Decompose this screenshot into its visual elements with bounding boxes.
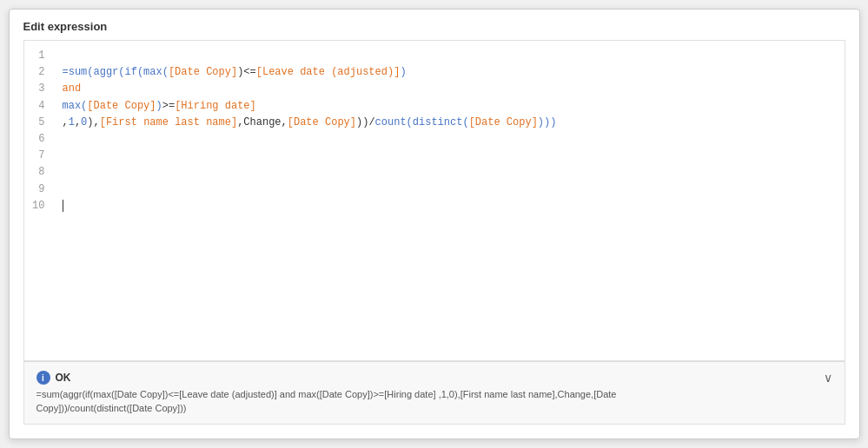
code-line-4: max([Date Copy])>=[Hiring date] — [63, 98, 838, 115]
code-content-area[interactable]: =sum(aggr(if(max([Date Copy])<=[Leave da… — [52, 41, 845, 360]
formula-line-2: Copy]))/count(distinct([Date Copy])) — [36, 403, 187, 413]
code-line-6 — [63, 131, 838, 148]
line-number-7: 7 — [31, 148, 45, 164]
edit-expression-dialog: Edit expression 1 2 3 4 5 6 7 8 9 10 =su… — [9, 9, 860, 439]
line-number-2: 2 — [31, 64, 45, 81]
collapse-chevron-icon[interactable]: ∨ — [824, 371, 832, 385]
line-number-8: 8 — [31, 164, 45, 181]
code-line-8 — [63, 164, 838, 181]
info-icon: i — [36, 371, 50, 385]
code-line-5: ,1,0),[First name last name],Change,[Dat… — [63, 115, 838, 131]
line-number-4: 4 — [31, 98, 45, 115]
line-number-9: 9 — [31, 181, 45, 198]
text-cursor — [63, 200, 63, 212]
status-bar: i OK ∨ =sum(aggr(if(max([Date Copy])<=[L… — [23, 361, 845, 425]
line-number-5: 5 — [31, 115, 45, 131]
code-line-9 — [63, 181, 838, 198]
code-line-3: and — [63, 81, 838, 97]
code-editor[interactable]: 1 2 3 4 5 6 7 8 9 10 =sum(aggr(if(max([D… — [23, 40, 845, 361]
dialog-title: Edit expression — [10, 10, 859, 40]
code-line-7 — [63, 148, 838, 164]
formula-line-1: =sum(aggr(if(max([Date Copy])<=[Leave da… — [36, 389, 617, 399]
code-line-10 — [63, 198, 838, 214]
status-formula: =sum(aggr(if(max([Date Copy])<=[Leave da… — [36, 388, 832, 415]
status-ok-area: i OK — [36, 371, 71, 385]
line-number-3: 3 — [31, 81, 45, 97]
line-number-6: 6 — [31, 131, 45, 148]
line-number-1: 1 — [31, 48, 45, 64]
line-numbers: 1 2 3 4 5 6 7 8 9 10 — [24, 41, 52, 360]
status-top-row: i OK ∨ — [36, 371, 832, 385]
code-line-1 — [63, 48, 838, 64]
status-ok-label: OK — [56, 372, 71, 384]
code-line-2: =sum(aggr(if(max([Date Copy])<=[Leave da… — [63, 64, 838, 81]
line-number-10: 10 — [31, 198, 45, 214]
